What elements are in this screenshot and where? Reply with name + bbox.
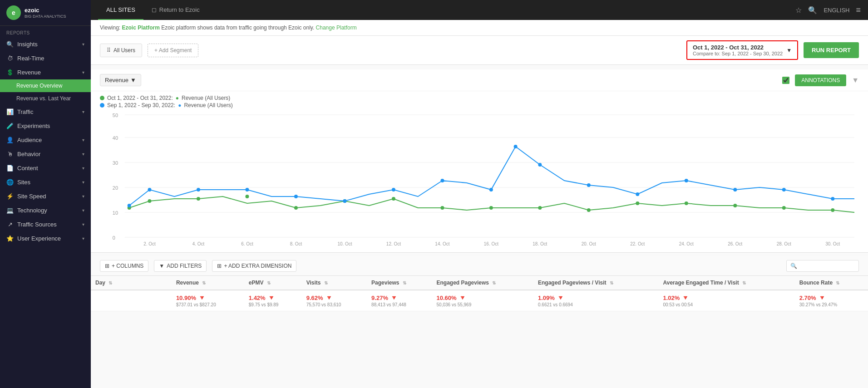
language-selector[interactable]: ENGLISH [824, 7, 849, 14]
metric-label: Revenue [105, 77, 128, 83]
col-header-revenue[interactable]: Revenue ⇅ [172, 276, 244, 290]
columns-icon: ⊞ [105, 263, 109, 269]
col-header-visits[interactable]: Visits ⇅ [302, 276, 367, 290]
legend-label: Revenue (All Users) [184, 102, 232, 108]
col-header-epmv[interactable]: ePMV ⇅ [244, 276, 302, 290]
search-icon[interactable]: 🔍 [808, 6, 817, 15]
add-segment-button[interactable]: + Add Segment [148, 44, 198, 57]
sidebar-item-revenue-vs-last-year[interactable]: Revenue vs. Last Year [0, 92, 91, 105]
sidebar-item-sites[interactable]: 🌐 Sites ▾ [0, 175, 91, 189]
table-header-row: Day ⇅ Revenue ⇅ ePMV ⇅ Visits [91, 276, 868, 290]
bounce-rate-pct: 2.70% [799, 295, 816, 301]
cell-day [91, 290, 172, 311]
segment-label: All Users [113, 47, 135, 54]
star-icon[interactable]: ☆ [795, 6, 802, 15]
segment-bar: ⠿ All Users + Add Segment Oct 1, 2022 - … [91, 36, 868, 65]
sidebar-item-content[interactable]: 📄 Content ▾ [0, 161, 91, 175]
sidebar-item-label: Traffic Sources [17, 221, 57, 228]
svg-point-53 [538, 163, 542, 167]
sidebar-item-experiments[interactable]: 🧪 Experiments [0, 119, 91, 133]
sidebar-item-site-speed[interactable]: ⚡ Site Speed ▾ [0, 189, 91, 203]
svg-point-44 [148, 188, 151, 192]
sidebar-item-label: Content [17, 165, 38, 172]
engaged-pv-visit-pct: 1.09% [538, 295, 555, 301]
sidebar-item-technology[interactable]: 💻 Technology ▾ [0, 203, 91, 217]
col-header-day[interactable]: Day ⇅ [91, 276, 172, 290]
sidebar-item-insights[interactable]: 🔍 Insights ▾ [0, 37, 91, 51]
sidebar-item-label: Technology [17, 207, 47, 214]
svg-point-58 [782, 188, 786, 192]
sort-icon: ⇅ [742, 280, 746, 285]
svg-point-48 [343, 199, 346, 203]
extra-dimension-button[interactable]: ⊞ + ADD EXTRA DIMENSION [212, 260, 296, 272]
annotations-checkbox[interactable] [782, 77, 789, 84]
col-header-engaged-pv-visit[interactable]: Engaged Pageviews / Visit ⇅ [533, 276, 659, 290]
svg-text:28. Oct: 28. Oct [777, 241, 791, 246]
chevron-down-icon: ▾ [82, 208, 84, 213]
tab-return-to-ezoic[interactable]: ◻ Return to Ezoic [143, 0, 208, 20]
experiments-icon: 🧪 [6, 123, 14, 129]
sidebar-item-revenue-overview[interactable]: Revenue Overview [0, 79, 91, 92]
legend-period: Sep 1, 2022 - Sep 30, 2022: [107, 102, 175, 108]
run-report-button[interactable]: RUN REPORT [804, 42, 859, 58]
columns-label: + COLUMNS [112, 263, 143, 269]
svg-point-57 [733, 188, 737, 192]
chart-section: Revenue ▼ ANNOTATIONS ▼ Oct 1, 2022 - Oc… [91, 69, 868, 253]
svg-text:30. Oct: 30. Oct [825, 241, 840, 246]
svg-point-46 [245, 188, 249, 192]
pageviews-pct: 9.27% [371, 295, 388, 301]
col-header-pageviews[interactable]: Pageviews ⇅ [367, 276, 432, 290]
cell-engaged-pv: 10.60% 🔻 50,036 vs 55,969 [432, 290, 533, 311]
sidebar-item-traffic[interactable]: 📊 Traffic ▾ [0, 105, 91, 119]
engaged-pv-pct: 10.60% [437, 295, 457, 301]
tab-all-sites[interactable]: ALL SITES [98, 0, 143, 20]
filters-button[interactable]: ▼ ADD FILTERS [154, 260, 207, 272]
chart-options-icon[interactable]: ▼ [852, 76, 859, 84]
sidebar-item-user-experience[interactable]: ⭐ User Experience ▾ [0, 231, 91, 246]
tab-label: Return to Ezoic [159, 6, 200, 13]
legend-period: Oct 1, 2022 - Oct 31, 2022: [107, 95, 173, 101]
sidebar-item-audience[interactable]: 👤 Audience ▾ [0, 133, 91, 147]
sidebar-item-label: Revenue [17, 69, 41, 76]
chevron-down-icon: ▾ [82, 152, 84, 157]
revenue-chart: 0 10 20 30 40 50 2. Oct 4. Oct [100, 110, 859, 246]
svg-text:40: 40 [113, 135, 118, 141]
col-header-avg-engaged-time[interactable]: Average Engaged Time / Visit ⇅ [659, 276, 795, 290]
table-section: ⊞ + COLUMNS ▼ ADD FILTERS ⊞ + ADD EXTRA … [91, 256, 868, 311]
legend-label: Revenue (All Users) [182, 95, 230, 101]
sort-icon: ⇅ [610, 280, 613, 285]
sidebar-item-behavior[interactable]: 🖱 Behavior ▾ [0, 147, 91, 161]
legend-color-blue [100, 103, 104, 108]
col-header-bounce-rate[interactable]: Bounce Rate ⇅ [795, 276, 868, 290]
col-header-engaged-pv[interactable]: Engaged Pageviews ⇅ [432, 276, 533, 290]
svg-point-34 [440, 206, 444, 210]
table-search-input[interactable] [786, 260, 859, 272]
svg-point-50 [440, 179, 444, 182]
cell-pageviews: 9.27% 🔻 88,413 vs 97,448 [367, 290, 432, 311]
svg-text:2. Oct: 2. Oct [143, 241, 156, 246]
sort-icon: ⇅ [324, 280, 328, 285]
sidebar-item-revenue[interactable]: 💲 Revenue ▾ [0, 65, 91, 79]
top-navigation: ALL SITES ◻ Return to Ezoic ☆ 🔍 ENGLISH … [91, 0, 868, 20]
sidebar-item-label: Behavior [17, 151, 40, 157]
svg-text:20. Oct: 20. Oct [582, 241, 596, 246]
menu-icon[interactable]: ≡ [856, 5, 861, 15]
behavior-icon: 🖱 [6, 151, 14, 157]
annotations-button[interactable]: ANNOTATIONS [795, 74, 846, 86]
traffic-icon: 📊 [6, 108, 14, 115]
topnav-icons: ☆ 🔍 ENGLISH ≡ [795, 5, 861, 15]
svg-point-36 [538, 206, 542, 210]
down-arrow-icon: 🔻 [198, 294, 206, 301]
all-users-segment[interactable]: ⠿ All Users [100, 44, 142, 57]
change-platform-link[interactable]: Change Platform [316, 25, 357, 31]
sidebar-item-label: Insights [17, 41, 38, 48]
date-range-picker[interactable]: Oct 1, 2022 - Oct 31, 2022 Compare to: S… [686, 40, 798, 60]
chart-header: Revenue ▼ ANNOTATIONS ▼ [91, 69, 868, 91]
down-arrow-icon: 🔻 [681, 294, 689, 301]
sidebar-item-traffic-sources[interactable]: ↗ Traffic Sources ▾ [0, 217, 91, 231]
sort-icon: ⇅ [108, 280, 112, 285]
table-row: 10.90% 🔻 $737.01 vs $827.20 1.42% 🔻 [91, 290, 868, 311]
sidebar-item-realtime[interactable]: ⏱ Real-Time [0, 51, 91, 65]
metric-selector[interactable]: Revenue ▼ [100, 74, 141, 86]
columns-button[interactable]: ⊞ + COLUMNS [100, 260, 148, 272]
